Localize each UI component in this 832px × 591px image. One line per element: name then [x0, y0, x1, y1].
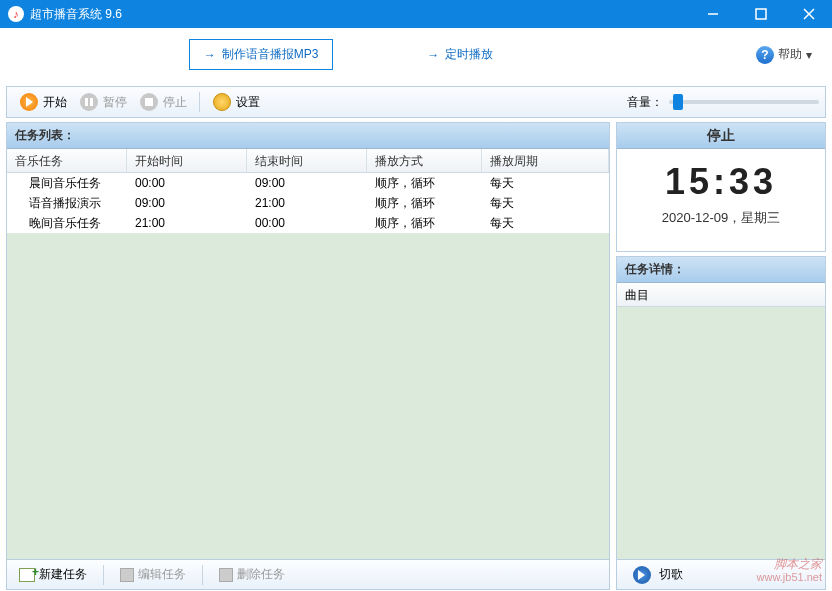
help-icon: ? [756, 46, 774, 64]
arrow-right-icon: → [204, 48, 216, 62]
clock-date: 2020-12-09，星期三 [617, 209, 825, 227]
edit-task-button[interactable]: 编辑任务 [114, 564, 192, 585]
table-row[interactable]: 晨间音乐任务00:0009:00顺序，循环每天 [7, 173, 609, 193]
new-task-label: 新建任务 [39, 566, 87, 583]
timed-play-button[interactable]: → 定时播放 [413, 40, 507, 69]
table-row[interactable]: 语音播报演示09:0021:00顺序，循环每天 [7, 193, 609, 213]
table-row[interactable]: 晚间音乐任务21:0000:00顺序，循环每天 [7, 213, 609, 233]
help-label: 帮助 [778, 46, 802, 63]
track-column[interactable]: 曲目 [617, 283, 825, 307]
settings-label: 设置 [236, 94, 260, 111]
start-label: 开始 [43, 94, 67, 111]
col-name[interactable]: 音乐任务 [7, 149, 127, 172]
maximize-button[interactable] [746, 0, 776, 28]
new-task-button[interactable]: 新建任务 [13, 564, 93, 585]
col-end[interactable]: 结束时间 [247, 149, 367, 172]
delete-icon [219, 568, 233, 582]
new-icon [19, 568, 35, 582]
task-list-title: 任务列表： [7, 123, 609, 149]
status-label: 停止 [617, 123, 825, 149]
pause-icon [80, 93, 98, 111]
delete-task-button[interactable]: 删除任务 [213, 564, 291, 585]
clock-time: 15:33 [617, 161, 825, 203]
arrow-right-icon: → [427, 48, 439, 62]
volume-thumb[interactable] [673, 94, 683, 110]
details-title: 任务详情： [617, 257, 825, 283]
window-title: 超市播音系统 9.6 [30, 6, 698, 23]
svg-rect-1 [756, 9, 766, 19]
title-bar: ♪ 超市播音系统 9.6 [0, 0, 832, 28]
timed-play-label: 定时播放 [445, 46, 493, 63]
app-icon: ♪ [8, 6, 24, 22]
volume-slider[interactable] [669, 100, 819, 104]
track-list[interactable] [617, 307, 825, 559]
skip-icon [633, 566, 651, 584]
pause-button[interactable]: 暂停 [73, 90, 133, 114]
volume-label: 音量： [627, 94, 663, 111]
stop-icon [140, 93, 158, 111]
task-grid-body[interactable]: 晨间音乐任务00:0009:00顺序，循环每天语音播报演示09:0021:00顺… [7, 173, 609, 559]
close-button[interactable] [794, 0, 824, 28]
play-icon [20, 93, 38, 111]
help-dropdown[interactable]: ? 帮助 ▾ [756, 46, 812, 64]
skip-label: 切歌 [659, 566, 683, 583]
edit-icon [120, 568, 134, 582]
separator [199, 92, 200, 112]
start-button[interactable]: 开始 [13, 90, 73, 114]
chevron-down-icon: ▾ [806, 48, 812, 62]
pause-label: 暂停 [103, 94, 127, 111]
delete-task-label: 删除任务 [237, 566, 285, 583]
top-nav: → 制作语音播报MP3 → 定时播放 ? 帮助 ▾ [0, 28, 832, 82]
toolbar: 开始 暂停 停止 设置 音量： [6, 86, 826, 118]
edit-task-label: 编辑任务 [138, 566, 186, 583]
col-mode[interactable]: 播放方式 [367, 149, 482, 172]
status-panel: 停止 15:33 2020-12-09，星期三 [616, 122, 826, 252]
stop-button[interactable]: 停止 [133, 90, 193, 114]
settings-button[interactable]: 设置 [206, 90, 266, 114]
col-cycle[interactable]: 播放周期 [482, 149, 609, 172]
stop-label: 停止 [163, 94, 187, 111]
task-list-panel: 任务列表： 音乐任务 开始时间 结束时间 播放方式 播放周期 晨间音乐任务00:… [6, 122, 610, 590]
make-mp3-button[interactable]: → 制作语音播报MP3 [189, 39, 334, 70]
gear-icon [213, 93, 231, 111]
task-grid-header: 音乐任务 开始时间 结束时间 播放方式 播放周期 [7, 149, 609, 173]
col-start[interactable]: 开始时间 [127, 149, 247, 172]
skip-button[interactable]: 切歌 [627, 564, 689, 586]
details-panel: 任务详情： 曲目 切歌 [616, 256, 826, 590]
task-buttons-bar: 新建任务 编辑任务 删除任务 [7, 559, 609, 589]
minimize-button[interactable] [698, 0, 728, 28]
make-mp3-label: 制作语音播报MP3 [222, 46, 319, 63]
